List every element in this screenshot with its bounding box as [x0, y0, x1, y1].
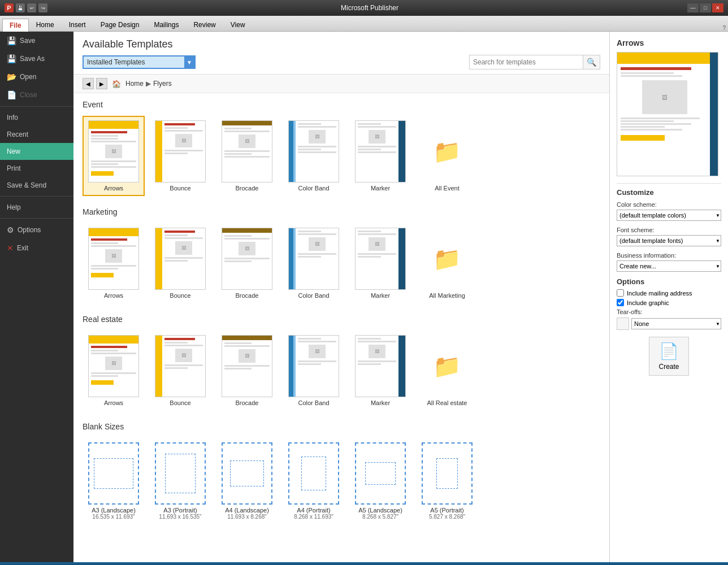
templates-toolbar: Installed Templates Online Templates ▼ 🔍 [83, 55, 600, 69]
template-item-colorband-marketing[interactable]: 🖼 Color Band [283, 223, 345, 303]
include-mailing-checkbox[interactable] [617, 289, 624, 297]
template-item-brocade-marketing[interactable]: 🖼 Brocade [216, 223, 278, 303]
business-info-select[interactable]: Create new... [617, 260, 721, 272]
template-item-marker-marketing[interactable]: 🖼 Marker [349, 223, 411, 303]
template-label-a3-landscape: A3 (Landscape) [92, 507, 136, 514]
template-item-arrows-realestate[interactable]: 🖼 Arrows [83, 331, 145, 411]
business-info-label: Business information: [617, 252, 721, 259]
exit-icon: ✕ [7, 244, 14, 253]
tearoffs-select[interactable]: None [631, 318, 721, 329]
tab-insert[interactable]: Insert [62, 18, 93, 31]
tab-home[interactable]: Home [29, 18, 62, 31]
quick-access-1[interactable]: 💾 [16, 3, 25, 12]
template-source-dropdown[interactable]: Installed Templates Online Templates [83, 55, 196, 69]
template-thumb-colorband-event: 🖼 [288, 120, 339, 182]
template-thumb-arrows-realestate: 🖼 [88, 335, 139, 397]
template-source-dropdown-wrapper: Installed Templates Online Templates ▼ [83, 55, 196, 69]
template-thumb-arrows-event: 🖼 [88, 120, 139, 182]
font-scheme-wrapper: (default template fonts) ▼ [617, 235, 721, 246]
sidebar-item-info[interactable]: Info [0, 109, 73, 126]
help-icon[interactable]: ? [722, 25, 726, 31]
sidebar-item-close[interactable]: 📄 Close [0, 86, 73, 104]
tab-page-design[interactable]: Page Design [93, 18, 147, 31]
search-bar: 🔍 [469, 55, 600, 69]
main-layout: 💾 Save 💾 Save As 📂 Open 📄 Close Info Rec… [0, 32, 728, 562]
template-item-brocade-event[interactable]: 🖼 Brocade [216, 116, 278, 196]
sidebar-item-save[interactable]: 💾 Save [0, 32, 73, 50]
include-mailing-label[interactable]: Include mailing address [627, 290, 692, 297]
sidebar-label-help: Help [7, 203, 21, 211]
template-item-a5-landscape[interactable]: A5 (Landscape) 8.268 x 5.827" [349, 438, 411, 524]
template-item-a3-portrait[interactable]: A3 (Portrait) 11.693 x 16.535" [149, 438, 211, 524]
template-thumb-bounce-marketing: 🖼 [155, 228, 206, 290]
sidebar-item-help[interactable]: Help [0, 199, 73, 216]
template-preview: 🖼 [617, 52, 718, 176]
template-item-marker-realestate[interactable]: 🖼 Marker [349, 331, 411, 411]
category-realestate: Real estate 🖼 [83, 315, 600, 411]
maximize-button[interactable]: □ [700, 3, 711, 12]
nav-back-button[interactable]: ◀ [83, 78, 94, 89]
font-scheme-label: Font scheme: [617, 227, 721, 233]
tab-view[interactable]: View [223, 18, 253, 31]
create-button-area: 📄 Create [617, 337, 721, 376]
template-label-marker-realestate: Marker [371, 399, 390, 406]
sidebar-item-new[interactable]: New [0, 143, 73, 160]
template-label-all-event: All Event [435, 185, 459, 192]
tab-review[interactable]: Review [186, 18, 223, 31]
template-item-a4-portrait[interactable]: A4 (Portrait) 8.268 x 11.693" [283, 438, 345, 524]
breadcrumb: ◀ ▶ 🏠 Home ▶ Flyers [73, 75, 609, 93]
blank-inner-a5-portrait [436, 458, 458, 489]
search-button[interactable]: 🔍 [583, 55, 600, 69]
template-item-a4-landscape[interactable]: A4 (Landscape) 11.693 x 8.268" [216, 438, 278, 524]
close-button[interactable]: ✕ [712, 3, 723, 12]
sidebar-label-exit: Exit [17, 244, 28, 252]
category-marketing: Marketing 🖼 [83, 207, 600, 303]
breadcrumb-home[interactable]: Home [125, 80, 144, 88]
template-item-brocade-realestate[interactable]: 🖼 Brocade [216, 331, 278, 411]
template-thumb-colorband-marketing: 🖼 [288, 228, 339, 290]
template-item-a5-portrait[interactable]: A5 (Portrait) 5.827 x 8.268" [416, 438, 478, 524]
app-icon: P [5, 3, 14, 12]
sidebar-item-open[interactable]: 📂 Open [0, 68, 73, 86]
title-bar: P 💾 ↩ ↪ Microsoft Publisher — □ ✕ [0, 0, 728, 16]
template-item-bounce-marketing[interactable]: 🖼 Bounce [149, 223, 211, 303]
sidebar-label-info: Info [7, 114, 18, 121]
template-item-all-realestate[interactable]: 📁 All Real estate [416, 331, 478, 411]
sidebar-item-save-as[interactable]: 💾 Save As [0, 50, 73, 68]
include-graphic-label[interactable]: Include graphic [627, 299, 669, 306]
template-thumb-a3-landscape [88, 442, 139, 505]
sidebar-item-recent[interactable]: Recent [0, 126, 73, 143]
template-item-arrows-marketing[interactable]: 🖼 Arrows [83, 223, 145, 303]
include-graphic-checkbox[interactable] [617, 299, 624, 306]
template-item-all-event[interactable]: 📁 All Event [416, 116, 478, 196]
sidebar-item-exit[interactable]: ✕ Exit [0, 239, 73, 257]
color-scheme-select[interactable]: (default template colors) [617, 210, 721, 221]
template-thumb-brocade-event: 🖼 [222, 120, 272, 182]
sidebar-item-print[interactable]: Print [0, 160, 73, 177]
template-size-a5-portrait: 5.827 x 8.268" [429, 514, 465, 520]
minimize-button[interactable]: — [687, 3, 699, 12]
quick-access-2[interactable]: ↩ [27, 3, 36, 12]
font-scheme-select[interactable]: (default template fonts) [617, 235, 721, 246]
template-item-a3-landscape[interactable]: A3 (Landscape) 16.535 x 11.693" [83, 438, 145, 524]
template-item-all-marketing[interactable]: 📁 All Marketing [416, 223, 478, 303]
template-item-marker-event[interactable]: 🖼 Marker [349, 116, 411, 196]
template-item-bounce-realestate[interactable]: 🖼 Bounce [149, 331, 211, 411]
tab-file[interactable]: File [2, 19, 29, 32]
quick-access-3[interactable]: ↪ [38, 3, 47, 12]
template-item-colorband-realestate[interactable]: 🖼 Color Band [283, 331, 345, 411]
template-label-a5-landscape: A5 (Landscape) [358, 507, 402, 514]
sidebar-item-options[interactable]: ⚙ Options [0, 221, 73, 239]
blank-inner-a5-landscape [365, 462, 396, 485]
template-item-arrows-event[interactable]: 🖼 Arrows [83, 116, 145, 196]
home-icon: 🏠 [112, 80, 121, 88]
tab-mailings[interactable]: Mailings [146, 18, 186, 31]
nav-forward-button[interactable]: ▶ [96, 78, 107, 89]
template-item-bounce-event[interactable]: 🖼 Bounce [149, 116, 211, 196]
create-button[interactable]: 📄 Create [649, 337, 688, 376]
sidebar-item-save-send[interactable]: Save & Send [0, 177, 73, 194]
search-input[interactable] [470, 56, 583, 68]
sidebar-label-save-as: Save As [20, 55, 45, 63]
template-item-colorband-event[interactable]: 🖼 Color Band [283, 116, 345, 196]
template-label-brocade-realestate: Brocade [236, 399, 259, 406]
